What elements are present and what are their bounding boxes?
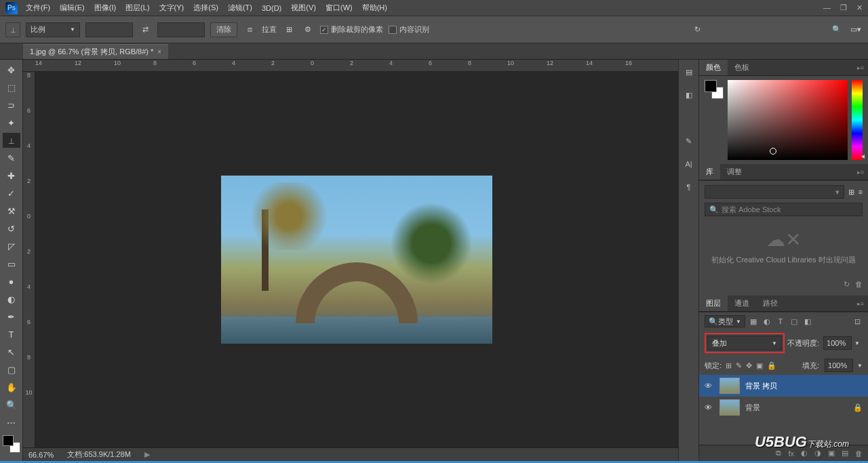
move-tool-icon[interactable]: ✥: [3, 62, 20, 77]
lock-transparency-icon[interactable]: ⊞: [726, 361, 732, 370]
mask-icon[interactable]: ◐: [801, 449, 808, 458]
filter-pixel-icon[interactable]: ▦: [748, 317, 759, 326]
group-icon[interactable]: ▣: [828, 449, 835, 458]
delete-layer-icon[interactable]: 🗑: [855, 449, 863, 458]
hand-tool-icon[interactable]: ✋: [3, 380, 20, 395]
adjustment-layer-icon[interactable]: ◑: [814, 449, 821, 458]
type-tool-icon[interactable]: T: [3, 327, 20, 342]
fill-input[interactable]: 100%: [825, 359, 853, 372]
paragraph-panel-icon[interactable]: ¶: [682, 180, 696, 194]
content-aware-checkbox[interactable]: 内容识别: [389, 24, 429, 35]
color-swatch[interactable]: [3, 435, 20, 453]
panel-color-swatch[interactable]: [705, 80, 724, 99]
menu-filter[interactable]: 滤镜(T): [228, 3, 252, 13]
history-panel-icon[interactable]: ▤: [682, 65, 696, 79]
menu-file[interactable]: 文件(F): [26, 3, 50, 13]
menu-view[interactable]: 视图(V): [291, 3, 316, 13]
filter-toggle-icon[interactable]: ⊡: [852, 317, 863, 326]
blend-mode-select[interactable]: 叠加▼: [707, 336, 782, 350]
eyedropper-tool-icon[interactable]: ✎: [3, 150, 20, 165]
stamp-tool-icon[interactable]: ⚒: [3, 203, 20, 218]
menu-layer[interactable]: 图层(L): [125, 3, 149, 13]
layer-filter-select[interactable]: 🔍 类型 ▼: [705, 315, 745, 327]
color-field[interactable]: [728, 80, 848, 160]
crop-tool-icon[interactable]: ⟂: [3, 133, 20, 148]
new-layer-icon[interactable]: ▤: [842, 449, 848, 458]
properties-panel-icon[interactable]: ◧: [682, 88, 696, 102]
opacity-arrow-icon[interactable]: ▼: [854, 340, 860, 346]
fx-icon[interactable]: fx: [788, 449, 794, 458]
tab-swatches[interactable]: 色板: [728, 60, 756, 75]
settings-gear-icon[interactable]: ⚙: [301, 25, 315, 34]
library-select[interactable]: ▾: [705, 185, 844, 199]
document-tab[interactable]: 1.jpg @ 66.7% (背景 拷贝, RGB/8#) * ×: [23, 44, 168, 59]
menu-edit[interactable]: 编辑(E): [60, 3, 85, 13]
layer-item-bg[interactable]: 👁 背景 🔒: [699, 397, 868, 418]
more-tools-icon[interactable]: ⋯: [3, 415, 20, 430]
visibility-icon[interactable]: 👁: [705, 382, 714, 390]
menu-type[interactable]: 文字(Y): [159, 3, 184, 13]
minimize-icon[interactable]: —: [823, 3, 831, 12]
current-tool-icon[interactable]: ⟂: [5, 22, 20, 37]
lasso-tool-icon[interactable]: ⊃: [3, 98, 20, 113]
lock-artboard-icon[interactable]: ▣: [756, 361, 763, 370]
layer-item-copy[interactable]: 👁 背景 拷贝: [699, 375, 868, 397]
tab-libraries[interactable]: 库: [699, 164, 720, 180]
lib-sync-icon[interactable]: ↻: [844, 280, 850, 289]
zoom-tool-icon[interactable]: 🔍: [3, 397, 20, 412]
grid-icon[interactable]: ⊞: [282, 25, 296, 34]
panel-menu-icon-2[interactable]: ▸≡: [853, 164, 868, 180]
tab-channels[interactable]: 通道: [728, 296, 756, 311]
pen-tool-icon[interactable]: ✒: [3, 309, 20, 324]
close-tab-icon[interactable]: ×: [157, 48, 161, 56]
menu-image[interactable]: 图像(I): [94, 3, 116, 13]
menu-window[interactable]: 窗口(W): [326, 3, 353, 13]
tab-layers[interactable]: 图层: [699, 296, 728, 311]
link-layers-icon[interactable]: ⧉: [776, 449, 781, 458]
brush-panel-icon[interactable]: ✎: [682, 134, 696, 148]
brush-tool-icon[interactable]: ✓: [3, 186, 20, 201]
menu-help[interactable]: 帮助(H): [362, 3, 387, 13]
quick-select-tool-icon[interactable]: ✦: [3, 115, 20, 130]
list-view-icon[interactable]: ≡: [859, 188, 863, 196]
opacity-input[interactable]: 100%: [823, 336, 852, 350]
panel-menu-icon[interactable]: ▸≡: [853, 60, 868, 75]
stock-search-input[interactable]: 🔍 搜索 Adobe Stock: [705, 203, 863, 216]
healing-tool-icon[interactable]: ✚: [3, 168, 20, 183]
tab-paths[interactable]: 路径: [756, 296, 785, 311]
filter-smart-icon[interactable]: ◧: [802, 317, 813, 326]
search-icon[interactable]: 🔍: [830, 25, 844, 34]
eraser-tool-icon[interactable]: ◸: [3, 239, 20, 254]
width-input[interactable]: [85, 22, 133, 37]
shape-tool-icon[interactable]: ▢: [3, 362, 20, 377]
gradient-tool-icon[interactable]: ▭: [3, 256, 20, 271]
workspace-icon[interactable]: ▭▾: [849, 25, 863, 34]
blur-tool-icon[interactable]: ●: [3, 274, 20, 289]
fill-arrow-icon[interactable]: ▼: [857, 363, 863, 369]
lock-pixels-icon[interactable]: ✎: [736, 361, 742, 370]
history-brush-tool-icon[interactable]: ↺: [3, 221, 20, 236]
filter-type-icon[interactable]: T: [775, 317, 786, 325]
dodge-tool-icon[interactable]: ◐: [3, 291, 20, 306]
canvas-stage[interactable]: [35, 72, 678, 447]
status-arrow-icon[interactable]: ▶: [144, 450, 150, 459]
delete-cropped-checkbox[interactable]: 删除裁剪的像素: [320, 24, 383, 35]
panel-menu-icon-3[interactable]: ▸≡: [853, 296, 868, 311]
hue-slider[interactable]: [852, 80, 863, 160]
close-window-icon[interactable]: ✕: [856, 3, 863, 12]
tab-color[interactable]: 颜色: [699, 60, 728, 75]
lock-all-icon[interactable]: 🔒: [767, 361, 776, 370]
visibility-icon[interactable]: 👁: [705, 403, 714, 411]
filter-adjust-icon[interactable]: ◐: [762, 317, 772, 326]
lock-position-icon[interactable]: ✥: [746, 361, 752, 370]
maximize-icon[interactable]: ❐: [840, 3, 847, 12]
tab-adjustments[interactable]: 调整: [720, 164, 749, 180]
grid-view-icon[interactable]: ⊞: [848, 188, 854, 197]
zoom-level[interactable]: 66.67%: [28, 451, 54, 459]
character-panel-icon[interactable]: A|: [682, 157, 696, 171]
aspect-ratio-select[interactable]: 比例▼: [26, 22, 80, 37]
menu-3d[interactable]: 3D(D): [262, 4, 281, 12]
swap-icon[interactable]: ⇄: [138, 25, 152, 34]
marquee-tool-icon[interactable]: ⬚: [3, 80, 20, 95]
clear-button[interactable]: 清除: [210, 22, 237, 37]
